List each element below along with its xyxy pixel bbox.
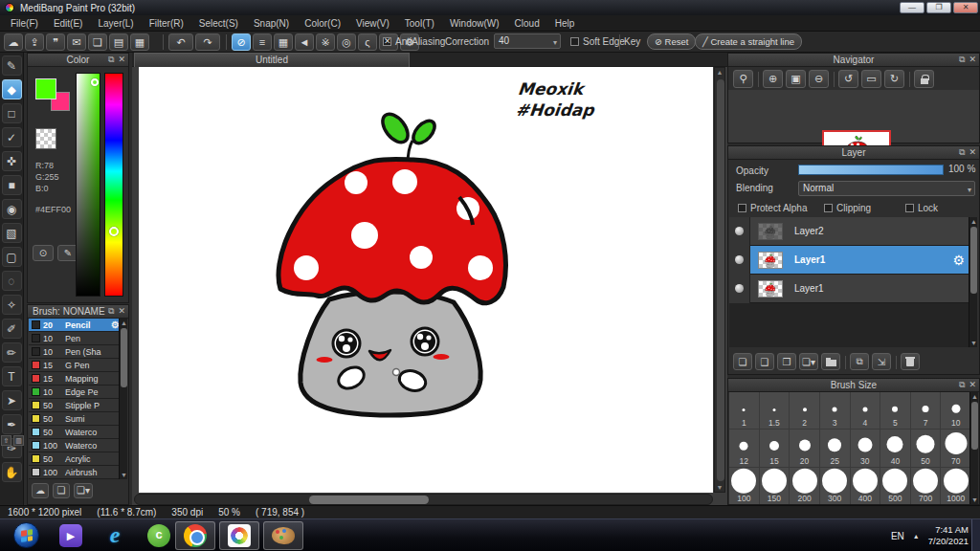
scroll-up-icon[interactable]: ▲	[969, 217, 978, 226]
document-icon[interactable]: ❏	[88, 33, 107, 51]
brush-size-option[interactable]: 3	[820, 392, 850, 429]
canvas-horizontal-scrollbar[interactable]	[134, 494, 713, 505]
snap-radial-icon[interactable]: ※	[316, 33, 335, 51]
brush-size-option[interactable]: 15	[760, 430, 790, 466]
transparent-color-swatch[interactable]	[35, 128, 56, 149]
redo-button[interactable]: ↷	[195, 33, 220, 51]
text-tool[interactable]: T	[2, 366, 22, 386]
layer-row[interactable]: Layer1⚙	[729, 246, 970, 275]
layer-visibility-cell[interactable]	[729, 246, 750, 275]
brush-item[interactable]: 15G Pen	[29, 359, 121, 372]
brush-item[interactable]: 50Stipple P	[29, 399, 121, 412]
brush-size-option[interactable]: 20	[790, 430, 819, 466]
menu-item-window[interactable]: Window(W)	[443, 16, 506, 31]
restore-button[interactable]: ❐	[926, 2, 951, 13]
brush-size-option[interactable]: 12	[729, 430, 759, 466]
popup-icon[interactable]: ⧉	[108, 305, 114, 318]
reset-button[interactable]: ⊘ Reset	[647, 33, 696, 50]
paint-app-box[interactable]	[263, 521, 303, 550]
menu-item-filter[interactable]: Filter(R)	[143, 16, 190, 31]
brush-size-option[interactable]: 1.5	[760, 392, 790, 429]
canvas-vertical-scrollbar[interactable]: ▲ ▼	[714, 67, 725, 493]
chrome-app-box[interactable]	[175, 521, 215, 550]
chrome-app[interactable]	[183, 523, 208, 548]
brush-item[interactable]: 50Waterco	[29, 426, 121, 439]
material-panel-icon[interactable]: ▤	[109, 33, 128, 51]
shape-brush-tool[interactable]: □	[2, 103, 22, 123]
correction-dropdown[interactable]: 40 ▾	[494, 33, 561, 49]
lasso-tool[interactable]: ◌	[2, 271, 22, 291]
menu-item-view[interactable]: View(V)	[349, 16, 396, 31]
window-layout-icon[interactable]: ▦	[130, 33, 149, 51]
brush-size-option[interactable]: 500	[880, 468, 910, 504]
cloud-brush-icon[interactable]: ☁	[32, 483, 49, 498]
brush-item[interactable]: 10Pen (Sha	[29, 345, 121, 359]
scrollbar-thumb[interactable]	[717, 79, 724, 481]
lock-icon[interactable]	[914, 70, 934, 88]
medibang-app[interactable]	[227, 523, 252, 548]
chat-icon[interactable]: ❞	[46, 33, 65, 51]
add-folder-icon[interactable]	[821, 353, 840, 370]
brush-item[interactable]: 50Acrylic	[29, 452, 121, 466]
snap-concentric-icon[interactable]: ◎	[337, 33, 356, 51]
brush-size-option[interactable]: 10	[941, 392, 970, 429]
snap-parallel-icon[interactable]: ≡	[253, 33, 272, 51]
popup-icon[interactable]: ⧉	[959, 146, 965, 159]
close-icon[interactable]: ✕	[118, 305, 125, 318]
scroll-down-icon[interactable]: ▼	[120, 471, 128, 479]
taskbar-clock[interactable]: 7:41 AM 7/20/2021	[928, 524, 969, 547]
saturation-value-box[interactable]	[76, 73, 100, 297]
menu-item-edit[interactable]: Edit(E)	[47, 16, 90, 31]
drawing-canvas[interactable]: Meoxik #Hoidap	[139, 67, 713, 493]
menu-item-snap[interactable]: Snap(N)	[247, 16, 296, 31]
document-tab[interactable]: Untitled	[134, 53, 410, 67]
brush-size-option[interactable]: 40	[880, 430, 910, 466]
hue-indicator[interactable]	[109, 227, 119, 236]
medibang-app-box[interactable]	[219, 521, 259, 550]
hand-tool[interactable]: ✋	[2, 462, 22, 482]
brush-size-option[interactable]: 300	[820, 468, 850, 504]
add-layer-menu-icon[interactable]: ❏▾	[799, 353, 818, 370]
brush-item[interactable]: 100Waterco	[29, 439, 121, 452]
add-brush-icon[interactable]: ❏	[53, 483, 70, 498]
internet-explorer-app[interactable]: e	[102, 523, 127, 548]
visibility-icon[interactable]	[735, 284, 744, 293]
paint-app[interactable]	[271, 523, 296, 548]
brush-item[interactable]: 50Sumi	[29, 412, 121, 426]
zoom-out-icon[interactable]: ⊖	[809, 70, 829, 88]
start-button[interactable]	[13, 522, 39, 548]
dock-grid-icon[interactable]: ▥	[13, 435, 24, 446]
zoom-in-icon[interactable]: ⊕	[763, 70, 783, 88]
brush-item[interactable]: 10Pen	[29, 332, 121, 345]
add-layer-icon[interactable]: ❏	[733, 353, 752, 370]
language-indicator[interactable]: EN	[891, 531, 904, 541]
select-eraser-tool[interactable]: ✏	[2, 342, 22, 363]
tray-expand-icon[interactable]: ▲	[913, 533, 920, 540]
layer-row[interactable]: Layer2	[729, 217, 970, 246]
add-8bit-layer-icon[interactable]: ❑	[755, 353, 774, 370]
snap-curve-icon[interactable]: ς	[358, 33, 377, 51]
brush-size-option[interactable]: 1000	[941, 468, 970, 504]
brush-item[interactable]: 20Pencil⚙	[29, 319, 121, 332]
menu-item-file[interactable]: File(F)	[4, 16, 45, 31]
sv-indicator[interactable]	[91, 78, 99, 86]
close-button[interactable]: ✕	[953, 2, 978, 13]
clipping-checkbox[interactable]	[824, 204, 833, 212]
bucket-tool[interactable]: ◉	[2, 199, 22, 219]
delete-layer-icon[interactable]	[901, 353, 920, 370]
blending-dropdown[interactable]: Normal ▾	[798, 181, 975, 196]
eraser-tool[interactable]: ◆	[2, 79, 22, 99]
brush-size-option[interactable]: 100	[729, 468, 759, 504]
add-1bit-layer-icon[interactable]: ❐	[777, 353, 796, 370]
brush-size-option[interactable]: 200	[790, 468, 819, 504]
duplicate-layer-icon[interactable]: ⧉	[850, 353, 869, 370]
menu-item-select[interactable]: Select(S)	[192, 16, 245, 31]
show-desktop-button[interactable]	[971, 519, 980, 551]
foreground-color-swatch[interactable]	[35, 78, 56, 99]
scrollbar-thumb[interactable]	[309, 496, 429, 504]
scroll-down-icon[interactable]: ▼	[715, 484, 724, 491]
antialiasing-checkbox[interactable]	[383, 37, 391, 46]
zoom-region-icon[interactable]: ⚲	[733, 70, 753, 88]
layer-visibility-cell[interactable]	[729, 275, 750, 303]
scrollbar-thumb[interactable]	[971, 402, 978, 450]
